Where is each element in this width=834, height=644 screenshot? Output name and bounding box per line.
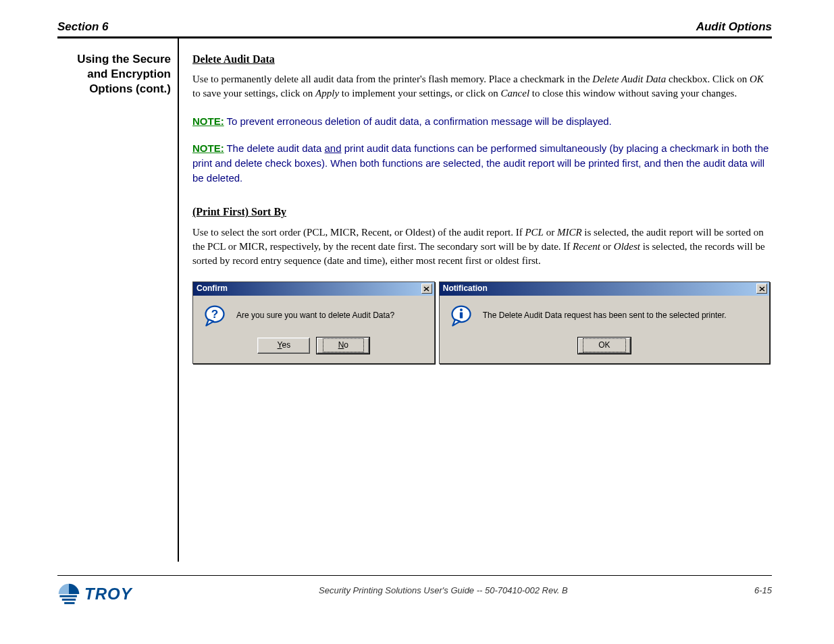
page-header: Section 6 Audit Options xyxy=(57,20,772,38)
no-rest: o xyxy=(344,340,348,350)
note-1: NOTE: To prevent erroneous deletion of a… xyxy=(192,114,770,129)
sidebar-heading: Using the Secure and Encryption Options … xyxy=(57,52,171,97)
yes-button[interactable]: Yes xyxy=(257,338,310,354)
sidebar-heading-text: Using the Secure and Encryption Options … xyxy=(77,53,171,95)
vertical-divider xyxy=(178,38,179,562)
close-icon[interactable] xyxy=(756,284,767,294)
confirm-message: Are you sure you want to delete Audit Da… xyxy=(236,310,394,321)
svg-point-3 xyxy=(460,308,463,311)
notification-message: The Delete Audit Data request has been s… xyxy=(483,310,727,321)
ok-label: OK xyxy=(583,338,625,352)
footer-page-number: 6-15 xyxy=(754,585,772,595)
note-label: NOTE: xyxy=(192,142,224,154)
close-icon[interactable] xyxy=(421,284,432,294)
logo-text: TROY xyxy=(84,585,132,603)
sort-by-heading: (Print First) Sort By xyxy=(192,205,770,219)
note-text: The delete audit data and print audit da… xyxy=(192,142,768,184)
footer-center: Security Printing Solutions User's Guide… xyxy=(132,585,754,595)
notification-dialog: Notification xyxy=(439,281,770,364)
yes-rest: es xyxy=(282,340,290,350)
confirm-title: Confirm xyxy=(197,283,228,294)
svg-text:?: ? xyxy=(211,307,218,320)
sort-by-para: Use to select the sort order (PCL, MICR,… xyxy=(192,225,770,268)
header-left: Section 6 xyxy=(57,20,109,34)
dialog-row: Confirm ? xyxy=(192,281,770,364)
no-button[interactable]: No xyxy=(317,338,369,354)
note-2: NOTE: The delete audit data and print au… xyxy=(192,141,770,186)
troy-logo: TROY xyxy=(57,583,132,606)
confirm-dialog: Confirm ? xyxy=(192,281,435,364)
svg-rect-5 xyxy=(59,595,77,597)
svg-rect-4 xyxy=(460,312,463,318)
confirm-titlebar[interactable]: Confirm xyxy=(193,282,434,296)
note-text: To prevent erroneous deletion of audit d… xyxy=(226,115,611,127)
notification-title: Notification xyxy=(443,283,488,294)
delete-audit-para: Use to permanently delete all audit data… xyxy=(192,72,770,101)
logo-icon xyxy=(57,583,80,606)
svg-rect-6 xyxy=(62,599,76,601)
page-footer: TROY Security Printing Solutions User's … xyxy=(57,575,772,606)
question-icon: ? xyxy=(203,304,227,328)
ok-button[interactable]: OK xyxy=(578,338,631,354)
notification-titlebar[interactable]: Notification xyxy=(440,282,769,296)
note-label: NOTE: xyxy=(192,115,224,127)
info-icon xyxy=(449,304,473,328)
delete-audit-heading: Delete Audit Data xyxy=(192,52,770,67)
header-right: Audit Options xyxy=(696,20,772,34)
svg-rect-7 xyxy=(64,602,74,604)
main-content: Delete Audit Data Use to permanently del… xyxy=(192,52,770,364)
